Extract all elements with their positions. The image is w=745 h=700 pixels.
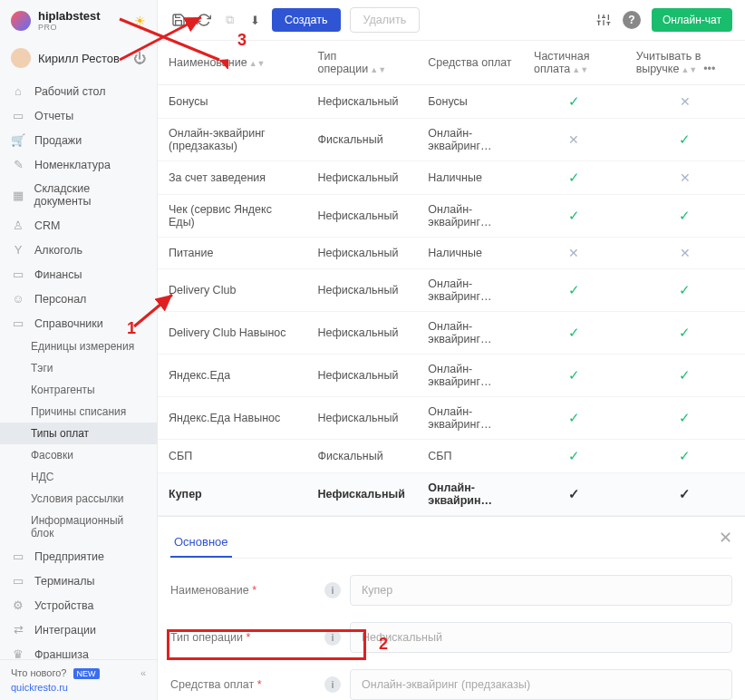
info-icon[interactable]: i <box>324 582 341 598</box>
avatar <box>11 48 31 68</box>
form-row: Тип операции * i Нефискальный <box>170 622 732 653</box>
nav-item[interactable]: YАлкоголь <box>0 238 157 262</box>
nav-item[interactable]: ▭Справочники <box>0 311 157 335</box>
brand-subtitle: PRO <box>38 23 101 32</box>
nav-icon: ♛ <box>11 647 25 659</box>
detail-panel: ✕ Основное Наименование * i Купер Тип оп… <box>158 516 745 700</box>
nav-icon: ♙ <box>11 219 25 232</box>
text-input[interactable]: Купер <box>350 575 732 606</box>
nav-item[interactable]: ✎Номенклатура <box>0 152 157 177</box>
nav-item[interactable]: ▭Отчеты <box>0 103 157 128</box>
whats-new-link[interactable]: Что нового? <box>11 667 66 678</box>
col-rev[interactable]: Учитывать в выручке▲▼ ••• <box>625 41 745 85</box>
close-icon[interactable]: ✕ <box>719 528 732 548</box>
table-row[interactable]: За счет заведенияНефискальныйНаличные✓✕ <box>158 161 745 195</box>
text-input[interactable]: Нефискальный <box>350 622 732 653</box>
nav-subitem[interactable]: Причины списания <box>0 401 157 423</box>
col-pay[interactable]: Средства оплат <box>417 41 523 85</box>
nav-item[interactable]: ⌂Рабочий стол <box>0 79 157 103</box>
nav-subitem[interactable]: Типы оплат <box>0 423 157 444</box>
nav-subitem[interactable]: Информационный блок <box>0 510 157 544</box>
brand-title: hiplabstest <box>38 9 101 23</box>
logo-icon <box>11 11 31 31</box>
nav-label: Устройства <box>34 599 93 612</box>
tab-main[interactable]: Основное <box>170 528 232 558</box>
nav-item[interactable]: ⚙Устройства <box>0 593 157 617</box>
refresh-icon[interactable] <box>196 12 212 28</box>
col-name[interactable]: Наименование▲▼ <box>158 41 307 85</box>
nav-item[interactable]: ▭Терминалы <box>0 569 157 593</box>
table-row[interactable]: Delivery Club НавыносНефискальныйОнлайн-… <box>158 312 745 355</box>
nav-subitem[interactable]: НДС <box>0 466 157 488</box>
chat-button[interactable]: Онлайн-чат <box>652 8 732 32</box>
settings-icon[interactable] <box>595 12 612 28</box>
table-row[interactable]: Delivery ClubНефискальныйОнлайн-эквайрин… <box>158 269 745 312</box>
nav-item[interactable]: ♙CRM <box>0 213 157 238</box>
nav-subitem[interactable]: Фасовки <box>0 444 157 466</box>
table-row[interactable]: СБПФискальныйСБП✓✓ <box>158 440 745 473</box>
table-row[interactable]: Чек (сервис Яндекс Еды)НефискальныйОнлай… <box>158 195 745 238</box>
sidebar-header: hiplabstest PRO ☀ <box>0 0 157 41</box>
nav-item[interactable]: ▦Складские документы <box>0 177 157 213</box>
nav-item[interactable]: ▭Предприятие <box>0 544 157 569</box>
nav-icon: Y <box>11 243 25 257</box>
nav-label: Номенклатура <box>34 159 111 171</box>
nav-label: CRM <box>34 219 60 232</box>
nav-subitem[interactable]: Тэги <box>0 357 157 379</box>
nav-label: Рабочий стол <box>34 85 105 98</box>
nav-icon: ▭ <box>11 109 25 122</box>
table-wrap[interactable]: Наименование▲▼ Тип операции▲▼ Средства о… <box>158 41 745 516</box>
download-icon[interactable]: ⬇ <box>247 12 263 28</box>
payments-table: Наименование▲▼ Тип операции▲▼ Средства о… <box>158 41 745 516</box>
collapse-icon[interactable]: « <box>140 667 146 678</box>
delete-button[interactable]: Удалить <box>350 7 421 33</box>
save-icon[interactable] <box>170 12 187 28</box>
nav-label: Справочники <box>34 317 103 330</box>
nav-item[interactable]: 🛒Продажи <box>0 128 157 152</box>
detail-tabs: Основное <box>170 517 732 559</box>
user-row[interactable]: Кирилл Рестов ⏻ <box>0 41 157 75</box>
form-label: Тип операции * <box>170 631 324 644</box>
nav-icon: ⌂ <box>11 84 25 98</box>
nav-item[interactable]: ♛Франшиза <box>0 642 157 659</box>
nav-subitem[interactable]: Контрагенты <box>0 379 157 401</box>
nav-icon: ▭ <box>11 316 25 330</box>
toolbar: ⧉ ⬇ Создать Удалить ? Онлайн-чат <box>158 0 745 41</box>
help-icon[interactable]: ? <box>623 11 641 29</box>
nav-label: Терминалы <box>34 575 95 588</box>
info-icon[interactable]: i <box>324 629 341 646</box>
text-input[interactable]: Онлайн-эквайринг (предзаказы) <box>350 669 732 700</box>
nav-icon: ⇄ <box>11 623 25 637</box>
theme-icon[interactable]: ☀ <box>134 14 146 28</box>
nav-item[interactable]: ▭Финансы <box>0 262 157 287</box>
logout-icon[interactable]: ⏻ <box>133 51 146 65</box>
nav-subitem[interactable]: Единицы измерения <box>0 335 157 357</box>
col-menu-icon[interactable]: ••• <box>703 63 715 75</box>
nav-item[interactable]: ☺Персонал <box>0 287 157 311</box>
col-partial[interactable]: Частичная оплата▲▼ <box>523 41 625 85</box>
create-button[interactable]: Создать <box>272 8 341 32</box>
nav-item[interactable]: ⇄Интеграции <box>0 617 157 642</box>
user-name: Кирилл Рестов <box>38 52 120 65</box>
info-icon[interactable]: i <box>324 676 341 693</box>
col-op[interactable]: Тип операции▲▼ <box>307 41 418 85</box>
nav-icon: 🛒 <box>11 133 25 147</box>
table-row[interactable]: КуперНефискальныйОнлайн-эквайрин…✓✓ <box>158 473 745 516</box>
nav-subitem[interactable]: Условия рассылки <box>0 488 157 510</box>
table-row[interactable]: Яндекс.Еда НавыносНефискальныйОнлайн-экв… <box>158 397 745 440</box>
table-row[interactable]: Онлайн-эквайринг (предзаказы)ФискальныйО… <box>158 119 745 161</box>
copy-icon: ⧉ <box>221 12 237 28</box>
nav-icon: ▭ <box>11 549 25 563</box>
table-row[interactable]: БонусыНефискальныйБонусы✓✕ <box>158 85 745 119</box>
form-label: Средства оплат * <box>170 678 324 691</box>
sidebar-footer: Что нового? NEW « quickresto.ru <box>0 659 157 700</box>
table-row[interactable]: Яндекс.ЕдаНефискальныйОнлайн-эквайринг…✓… <box>158 355 745 397</box>
table-row[interactable]: ПитаниеНефискальныйНаличные✕✕ <box>158 238 745 269</box>
footer-link[interactable]: quickresto.ru <box>11 678 146 693</box>
nav-label: Складские документы <box>34 182 146 208</box>
nav-icon: ⚙ <box>11 598 25 612</box>
form-row: Средства оплат * i Онлайн-эквайринг (пре… <box>170 669 732 700</box>
nav-label: Отчеты <box>34 110 73 122</box>
main: ⧉ ⬇ Создать Удалить ? Онлайн-чат Наимено… <box>158 0 745 700</box>
form-row: Наименование * i Купер <box>170 575 732 606</box>
